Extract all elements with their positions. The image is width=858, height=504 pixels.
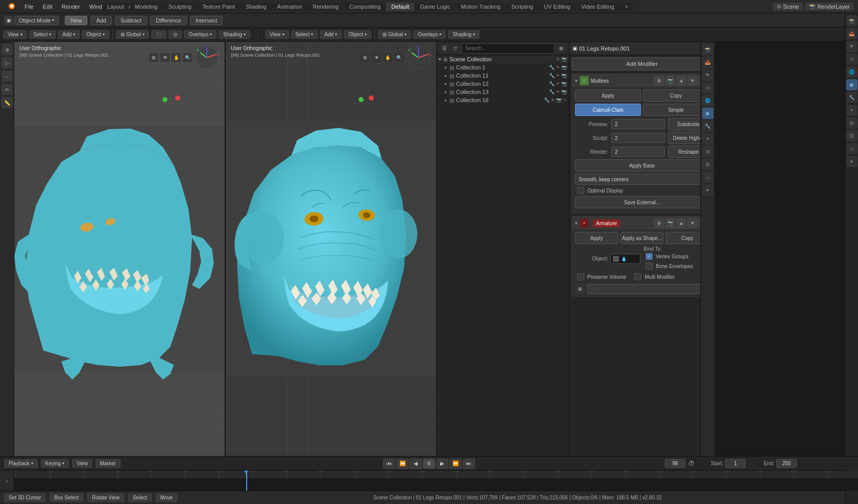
select-menu-right[interactable]: Select ▾: [291, 30, 318, 39]
select-btn[interactable]: Select: [128, 493, 152, 502]
armature-object-field[interactable]: 💧: [610, 254, 640, 264]
sculpt-value[interactable]: 2: [611, 133, 665, 143]
col13-wrench[interactable]: 🔧: [549, 89, 555, 94]
outliner-filter-icon[interactable]: ▽: [450, 44, 460, 53]
play-reverse-btn[interactable]: ◀: [410, 459, 422, 469]
playback-menu-btn[interactable]: Playback ▾: [4, 459, 38, 468]
axis-widget-right[interactable]: X Y Z: [406, 45, 431, 70]
tab-uv-editing[interactable]: UV Editing: [539, 3, 576, 11]
tab-animation[interactable]: Animation: [272, 3, 307, 11]
props-physics-icon2[interactable]: ⊞: [702, 146, 713, 157]
col1-vis[interactable]: 👁: [556, 65, 560, 70]
scene-selector[interactable]: ⊙ Scene: [773, 3, 803, 11]
vp-right-hand-icon[interactable]: ✋: [383, 53, 392, 62]
tab-video-editing[interactable]: Video Editing: [576, 3, 619, 11]
rotate-view-btn[interactable]: Rotate View: [87, 493, 124, 502]
armature-up-icon[interactable]: ▲: [676, 218, 686, 228]
end-frame[interactable]: 250: [776, 459, 797, 468]
viewport-right[interactable]: User Orthographic (98) Scene Collection …: [225, 42, 436, 456]
scene-collection-header[interactable]: ▾ ⊙ Scene Collection 👁 📷: [437, 55, 569, 63]
col12-render[interactable]: 📷: [561, 81, 567, 86]
new-bool-btn[interactable]: New: [65, 16, 87, 25]
armature-apply-btn[interactable]: Apply: [575, 232, 618, 244]
overlay-btn-right[interactable]: Overlays ▾: [413, 30, 446, 39]
col11-vis[interactable]: 👁: [556, 73, 560, 78]
blender-menu[interactable]: [4, 2, 19, 12]
collection-16-row[interactable]: ▸ ▤ Collection 16 🔧 👁 📷 ✕: [437, 96, 569, 104]
vp-right-camera-icon[interactable]: ⊞: [361, 53, 370, 62]
tab-texture-paint[interactable]: Texture Paint: [197, 3, 240, 11]
preview-value[interactable]: 2: [611, 119, 665, 129]
props-particles-icon2[interactable]: ✦: [702, 133, 713, 145]
armature-render-icon[interactable]: 📷: [665, 218, 675, 228]
armature-apply-shape-btn[interactable]: Apply as Shape...: [621, 232, 664, 244]
multires-apply-btn[interactable]: Apply: [575, 89, 641, 102]
col11-wrench[interactable]: 🔧: [549, 73, 555, 78]
view-menu-left[interactable]: View ▾: [3, 30, 27, 39]
set-3d-cursor-btn[interactable]: Set 3D Cursor: [4, 493, 45, 502]
add-menu-left[interactable]: Add ▾: [58, 30, 80, 39]
multires-realtime-icon[interactable]: 🖥: [654, 76, 664, 86]
props-view-icon2[interactable]: 👁: [702, 69, 713, 81]
intersect-bool-btn[interactable]: Intersect: [190, 16, 223, 25]
multires-down-icon[interactable]: ▼: [687, 76, 698, 86]
simple-btn[interactable]: Simple: [643, 104, 709, 116]
start-frame[interactable]: 1: [725, 459, 746, 468]
tab-scripting[interactable]: Scripting: [506, 3, 538, 11]
vp-hand-icon[interactable]: ✋: [172, 53, 181, 62]
current-frame[interactable]: 98: [665, 459, 685, 468]
outliner-view-icon[interactable]: ☰: [440, 44, 449, 53]
difference-bool-btn[interactable]: Difference: [150, 16, 187, 25]
add-bool-btn[interactable]: Add: [90, 16, 112, 25]
scene-coll-render[interactable]: 📷: [561, 57, 567, 62]
multires-copy-btn[interactable]: Copy: [643, 89, 709, 102]
viewport-left[interactable]: User Orthographic (98) Scene Collection …: [14, 42, 225, 456]
save-external-btn[interactable]: Save External...: [575, 196, 709, 208]
tab-shading[interactable]: Shading: [241, 3, 271, 11]
object-mode-btn[interactable]: Object Mode ▾: [14, 16, 59, 25]
optimal-display-checkbox[interactable]: [577, 187, 584, 194]
sidebar-select-icon[interactable]: ▷: [2, 57, 13, 68]
collection-12-row[interactable]: ▸ ▤ Collection 12 🔧 👁 📷: [437, 80, 569, 88]
col12-vis[interactable]: 👁: [556, 81, 560, 86]
view-menu-right[interactable]: View ▾: [265, 30, 289, 39]
shading-btn-right[interactable]: Shading ▾: [448, 30, 480, 39]
render-menu[interactable]: Render: [58, 3, 84, 11]
smooth-dropdown[interactable]: Smooth, keep corners ▾: [575, 174, 709, 185]
subtract-bool-btn[interactable]: Subtract: [115, 16, 147, 25]
tab-add[interactable]: +: [620, 3, 633, 11]
edit-menu[interactable]: Edit: [39, 3, 57, 11]
timeline-expand-icon[interactable]: ▾: [5, 479, 10, 482]
tab-modeling[interactable]: Modeling: [130, 3, 163, 11]
props-scene-icon2[interactable]: ⊙: [702, 82, 713, 93]
overlay-btn[interactable]: Overlays ▾: [184, 30, 217, 39]
step-back-btn[interactable]: ⏪: [396, 459, 409, 469]
vp-right-zoom-icon[interactable]: 🔍: [394, 53, 403, 62]
col16-vis[interactable]: 👁: [551, 98, 555, 103]
outliner-filter-btn[interactable]: ⊞: [557, 44, 566, 53]
renderlayer-selector[interactable]: 📸 RenderLayer: [805, 3, 854, 11]
jump-end-btn[interactable]: ⏭: [463, 459, 475, 469]
multi-modifier-checkbox[interactable]: [634, 273, 641, 280]
move-btn[interactable]: Move: [156, 493, 177, 502]
play-btn[interactable]: ▶: [436, 459, 448, 469]
multires-collapse-icon[interactable]: ▾: [575, 78, 578, 83]
col1-wrench[interactable]: 🔧: [549, 65, 555, 70]
col16-render[interactable]: 📷: [556, 98, 562, 103]
step-forward-btn[interactable]: ⏩: [449, 459, 462, 469]
axis-widget-left[interactable]: X Y Z: [194, 45, 220, 70]
vp-zoom-icon[interactable]: 🔍: [183, 53, 192, 62]
scene-coll-vis[interactable]: 👁: [556, 57, 560, 62]
multires-render-icon[interactable]: 📷: [665, 76, 675, 86]
proportional-btn[interactable]: ⊙: [169, 30, 182, 39]
sidebar-measure-icon[interactable]: 📏: [2, 97, 13, 108]
col12-wrench[interactable]: 🔧: [549, 81, 555, 86]
vp-camera-icon[interactable]: ⊞: [149, 53, 158, 62]
sidebar-annotate-icon[interactable]: ✏: [2, 84, 13, 95]
marker-menu-btn[interactable]: Marker: [96, 459, 121, 468]
props-constraints-icon2[interactable]: ⛓: [702, 159, 713, 170]
tab-layout[interactable]: Layout: [102, 3, 129, 11]
keying-menu-btn[interactable]: Keying ▾: [41, 459, 69, 468]
shading-btn[interactable]: Shading ▾: [219, 30, 250, 39]
collection-11-row[interactable]: ▸ ▤ Collection 11 🔧 👁 📷: [437, 71, 569, 80]
